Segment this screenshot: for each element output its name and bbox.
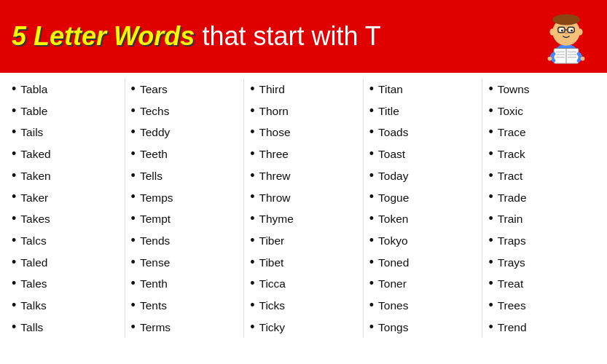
- word-text: Ticks: [259, 296, 286, 315]
- word-text: Talls: [20, 318, 43, 337]
- list-item: •Tongs: [369, 317, 477, 339]
- bullet-icon: •: [131, 273, 136, 295]
- word-text: Terms: [140, 318, 171, 337]
- word-text: Tense: [140, 253, 170, 272]
- word-text: Three: [259, 145, 289, 164]
- bullet-icon: •: [131, 252, 136, 274]
- list-item: •Title: [369, 100, 477, 122]
- word-text: Talks: [20, 296, 46, 315]
- word-text: Those: [259, 123, 291, 142]
- bullet-icon: •: [488, 165, 493, 187]
- bullet-icon: •: [488, 208, 493, 230]
- bullet-icon: •: [369, 122, 374, 143]
- word-text: Trays: [498, 253, 525, 272]
- bullet-icon: •: [369, 230, 374, 252]
- list-item: •Trace: [488, 122, 595, 143]
- word-text: Tears: [140, 80, 168, 99]
- word-text: Tails: [20, 123, 43, 142]
- bullet-icon: •: [12, 273, 16, 295]
- list-item: •Train: [488, 208, 595, 230]
- list-item: •Teddy: [131, 122, 238, 143]
- list-item: •Tempt: [131, 208, 238, 230]
- bullet-icon: •: [369, 208, 374, 230]
- word-text: Tents: [140, 296, 167, 315]
- bullet-icon: •: [250, 208, 254, 230]
- bullet-icon: •: [12, 100, 16, 122]
- bullet-icon: •: [250, 79, 254, 100]
- bullet-icon: •: [131, 186, 136, 208]
- word-text: Temps: [140, 189, 173, 207]
- bullet-icon: •: [369, 165, 374, 187]
- list-item: •Toned: [369, 252, 477, 274]
- svg-point-6: [571, 30, 573, 32]
- bullet-icon: •: [369, 295, 374, 317]
- bullet-icon: •: [131, 79, 136, 100]
- list-item: •Trays: [488, 252, 595, 274]
- list-item: •Tabla: [12, 79, 119, 100]
- list-item: •Talks: [12, 295, 119, 317]
- list-item: •Toxic: [488, 100, 595, 122]
- bullet-icon: •: [369, 317, 374, 339]
- list-item: •Ticks: [250, 295, 357, 317]
- bullet-icon: •: [250, 295, 254, 317]
- header: 5 Letter Words that start with T: [0, 0, 607, 73]
- column-divider: [363, 79, 364, 338]
- word-text: Taker: [20, 189, 48, 207]
- bullet-icon: •: [488, 143, 493, 165]
- word-text: Tongs: [378, 318, 408, 337]
- word-text: Track: [498, 145, 525, 164]
- column-2: •Tears•Techs•Teddy•Teeth•Tells•Temps•Tem…: [127, 79, 243, 338]
- word-text: Traps: [498, 232, 526, 250]
- list-item: •Tiber: [250, 230, 357, 252]
- list-item: •Tales: [12, 273, 119, 295]
- list-item: •Throw: [250, 186, 357, 208]
- list-item: •Togue: [369, 186, 477, 208]
- list-item: •Teeth: [131, 143, 238, 165]
- word-text: Taled: [20, 253, 47, 272]
- word-text: Tiber: [259, 232, 285, 250]
- list-item: •Toner: [369, 273, 477, 295]
- title-normal: that start with T: [195, 21, 380, 51]
- list-item: •Table: [12, 100, 119, 122]
- word-text: Table: [20, 102, 47, 121]
- bullet-icon: •: [369, 186, 374, 208]
- word-text: Togue: [378, 189, 409, 207]
- bullet-icon: •: [131, 100, 136, 122]
- svg-point-2: [552, 14, 580, 25]
- bullet-icon: •: [488, 230, 493, 252]
- word-text: Thyme: [259, 210, 294, 229]
- mascot-icon: [537, 7, 595, 66]
- bullet-icon: •: [488, 100, 493, 122]
- word-text: Today: [378, 167, 408, 186]
- word-text: Tends: [140, 232, 170, 250]
- list-item: •Track: [488, 143, 595, 165]
- svg-point-5: [561, 30, 563, 32]
- word-text: Tales: [20, 274, 47, 293]
- word-text: Throw: [259, 189, 291, 207]
- list-item: •Thyme: [250, 208, 357, 230]
- list-item: •Talls: [12, 317, 119, 339]
- list-item: •Threw: [250, 165, 357, 187]
- bullet-icon: •: [12, 252, 16, 274]
- word-text: Tempt: [140, 210, 171, 229]
- list-item: •Traps: [488, 230, 595, 252]
- word-text: Third: [259, 80, 285, 99]
- bullet-icon: •: [488, 295, 493, 317]
- svg-point-11: [549, 28, 555, 35]
- bullet-icon: •: [369, 79, 374, 100]
- word-text: Tract: [498, 167, 523, 186]
- list-item: •Takes: [12, 208, 119, 230]
- list-item: •Today: [369, 165, 477, 187]
- bullet-icon: •: [250, 186, 254, 208]
- svg-point-12: [577, 28, 583, 35]
- word-text: Techs: [140, 102, 170, 121]
- word-text: Trade: [498, 189, 527, 207]
- word-text: Ticca: [259, 274, 286, 293]
- svg-point-21: [548, 57, 552, 61]
- bullet-icon: •: [12, 317, 16, 339]
- bullet-icon: •: [131, 122, 136, 143]
- list-item: •Taled: [12, 252, 119, 274]
- bullet-icon: •: [488, 252, 493, 274]
- list-item: •Taked: [12, 143, 119, 165]
- list-item: •Toads: [369, 122, 477, 143]
